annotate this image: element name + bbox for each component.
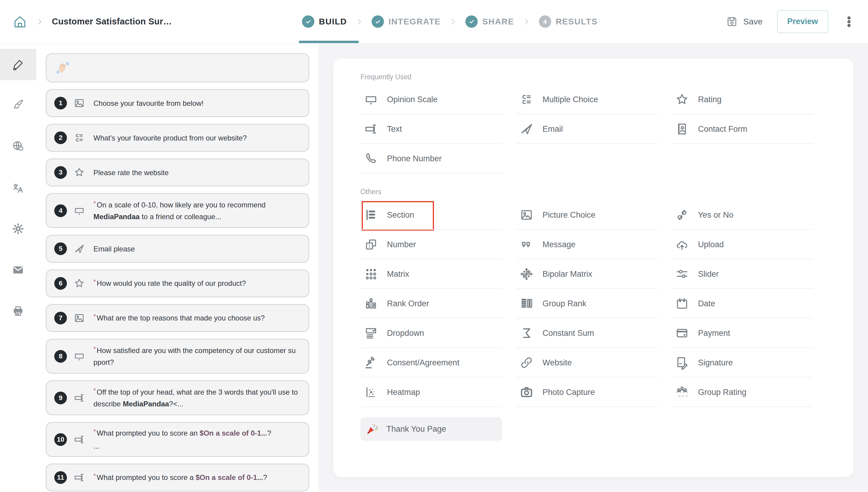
sidebar-item-translate[interactable]: [0, 172, 36, 204]
step-number-badge: 4: [539, 16, 551, 28]
question-card-7[interactable]: 7*What are the top reasons that made you…: [46, 304, 309, 332]
required-asterisk: *: [94, 428, 96, 435]
content-area: 1Choose your favourite from below!2What'…: [0, 43, 868, 492]
home-icon[interactable]: [12, 14, 28, 29]
phone-number-icon: [364, 152, 378, 166]
tool-sidebar: [0, 43, 36, 492]
question-card-1[interactable]: 1Choose your favourite from below!: [46, 89, 309, 117]
section-icon: [364, 208, 378, 222]
active-tab-underline: [299, 41, 359, 43]
question-type-group-rating[interactable]: ☆☆☆Group Rating: [671, 377, 827, 407]
question-type-rating[interactable]: Rating: [671, 85, 827, 114]
chevron-right-icon: [522, 17, 531, 26]
question-type-payment[interactable]: Payment: [671, 318, 827, 348]
question-type-date[interactable]: Date: [671, 289, 827, 318]
question-type-slider[interactable]: Slider: [671, 259, 827, 289]
question-type-label: Website: [542, 358, 572, 368]
question-type-rank-order[interactable]: Rank Order: [360, 289, 516, 318]
question-type-heatmap[interactable]: Heatmap: [360, 377, 516, 407]
question-card-8[interactable]: 8*How satisfied are you with the compete…: [46, 339, 309, 373]
sidebar-item-paint-brush[interactable]: [0, 89, 36, 120]
question-type-label: Slider: [698, 270, 719, 279]
question-type-email[interactable]: Email: [516, 114, 671, 144]
question-text: *What prompted you to score an $On a sca…: [94, 427, 271, 451]
question-type-dropdown[interactable]: Dropdown: [360, 318, 516, 348]
question-list-panel: 1Choose your favourite from below!2What'…: [36, 43, 318, 492]
question-type-phone-number[interactable]: Phone Number: [360, 144, 516, 173]
opinion-scale-icon: [74, 351, 85, 362]
tab-build[interactable]: BUILD: [302, 16, 347, 28]
question-type-label: Group Rating: [698, 388, 746, 397]
question-card-4[interactable]: 4*On a scale of 0-10, how likely are you…: [46, 193, 309, 228]
payment-icon: [675, 326, 689, 340]
text-icon: [74, 392, 85, 404]
question-type-matrix[interactable]: Matrix: [360, 259, 516, 289]
question-card-6[interactable]: 6*How would you rate the quality of our …: [46, 270, 309, 297]
question-text: *How satisfied are you with the competen…: [94, 345, 298, 368]
question-type-label: Rank Order: [387, 299, 429, 309]
question-type-constant-sum[interactable]: Constant Sum: [516, 318, 671, 348]
tab-share[interactable]: SHARE: [465, 16, 514, 28]
date-icon: [675, 297, 689, 311]
save-icon: [726, 16, 738, 28]
header-actions: Save Preview: [726, 0, 856, 43]
preview-button[interactable]: Preview: [777, 10, 828, 33]
question-type-multiple-choice[interactable]: Multiple Choice: [516, 85, 671, 114]
question-type-group-rank[interactable]: Group Rank: [516, 289, 671, 318]
check-circle-icon: [372, 16, 384, 28]
question-type-picture-choice[interactable]: Picture Choice: [516, 200, 671, 230]
required-asterisk: *: [94, 345, 96, 352]
question-card-10[interactable]: 10*What prompted you to score an $On a s…: [46, 422, 309, 457]
picture-choice-icon: [74, 312, 85, 324]
question-type-photo-capture[interactable]: Photo Capture: [516, 377, 671, 407]
question-number-badge: 7: [54, 312, 67, 324]
thank-you-page-item[interactable]: Thank You Page: [360, 417, 502, 441]
question-card-2[interactable]: 2What's your favourite product from our …: [46, 124, 309, 152]
question-card-11[interactable]: 11*What prompted you to score a $On a sc…: [46, 464, 309, 491]
question-card-5[interactable]: 5Email please: [46, 235, 309, 263]
required-asterisk: *: [94, 472, 96, 479]
question-type-yes-or-no[interactable]: Yes or No: [671, 200, 827, 230]
question-card-9[interactable]: 9*Off the top of your head, what are the…: [46, 380, 309, 415]
question-type-consent-agreement[interactable]: Consent/Agreement: [360, 348, 516, 377]
kebab-menu-icon[interactable]: [843, 14, 856, 29]
question-number-badge: 5: [54, 242, 67, 255]
tab-integrate[interactable]: INTEGRATE: [372, 16, 441, 28]
question-type-website[interactable]: Website: [516, 348, 671, 377]
question-number-badge: 6: [54, 277, 67, 290]
question-type-label: Signature: [698, 358, 733, 368]
question-type-upload[interactable]: Upload: [671, 230, 827, 259]
question-number-badge: 2: [54, 131, 67, 144]
question-list: 1Choose your favourite from below!2What'…: [46, 53, 309, 491]
contact-form-icon: [675, 122, 689, 136]
wizard-steps: BUILD INTEGRATE SHARE 4 RESULTS: [302, 0, 598, 43]
question-type-opinion-scale[interactable]: Opinion Scale: [360, 85, 516, 114]
question-type-signature[interactable]: Signature: [671, 348, 827, 377]
question-number-badge: 9: [54, 392, 67, 404]
sidebar-item-envelope[interactable]: [0, 254, 36, 286]
question-type-contact-form[interactable]: Contact Form: [671, 114, 827, 144]
sidebar-item-gear[interactable]: [0, 213, 36, 245]
sidebar-item-printer[interactable]: [0, 295, 36, 327]
question-type-section[interactable]: Section: [360, 200, 516, 230]
constant-sum-icon: [519, 326, 533, 340]
welcome-card[interactable]: [46, 53, 309, 82]
svg-text:1: 1: [368, 244, 371, 248]
sidebar-item-edit-pencil[interactable]: [0, 49, 36, 80]
frequently-used-grid: Opinion ScaleMultiple ChoiceRatingTextEm…: [360, 85, 831, 173]
tab-results[interactable]: 4 RESULTS: [539, 16, 598, 28]
question-card-3[interactable]: 3Please rate the website: [46, 158, 309, 186]
question-type-text[interactable]: Text: [360, 114, 516, 144]
question-number-badge: 1: [54, 97, 67, 109]
question-text: *What prompted you to score a $On a scal…: [94, 472, 267, 484]
question-type-message[interactable]: Message: [516, 230, 671, 259]
question-type-label: Consent/Agreement: [387, 358, 459, 368]
builder-area: Frequently Used Opinion ScaleMultiple Ch…: [318, 43, 868, 492]
sidebar-item-globe[interactable]: [0, 130, 36, 162]
matrix-icon: [364, 267, 378, 281]
question-text: Choose your favourite from below!: [94, 98, 204, 109]
save-button[interactable]: Save: [726, 16, 763, 28]
question-type-number[interactable]: 1Number: [360, 230, 516, 259]
question-type-bipolar-matrix[interactable]: Bipolar Matrix: [516, 259, 671, 289]
question-type-label: Payment: [698, 328, 730, 338]
